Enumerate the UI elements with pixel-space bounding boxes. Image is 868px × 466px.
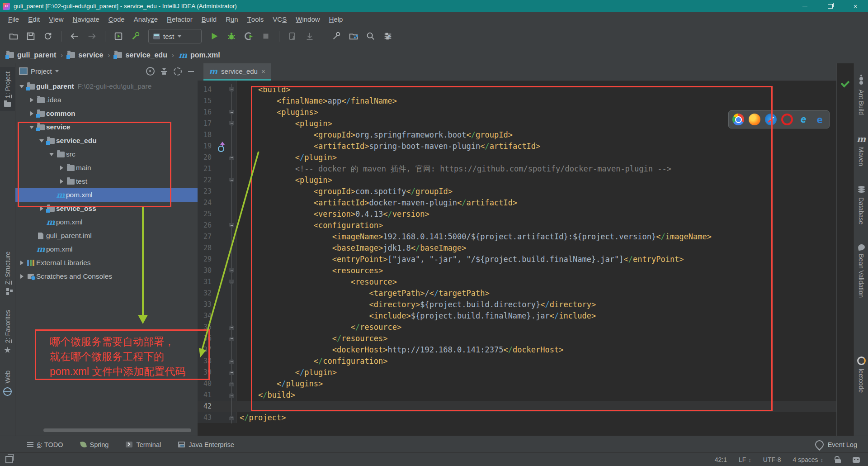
tree-expanded-arrow-icon[interactable] bbox=[48, 153, 55, 156]
code-line-15[interactable]: 15 <finalName>app</finalName> bbox=[198, 95, 836, 107]
settings-wrench-button[interactable] bbox=[329, 29, 344, 43]
code-line-36[interactable]: 36 </resources> bbox=[198, 333, 836, 344]
tree-row-common[interactable]: common bbox=[15, 107, 198, 120]
toolwindow-button-spring[interactable]: Spring bbox=[80, 441, 109, 448]
code-line-42[interactable]: 42 bbox=[198, 401, 836, 412]
fold-end-icon[interactable] bbox=[229, 155, 234, 160]
menu-item-help[interactable]: Help bbox=[325, 12, 348, 26]
code-line-27[interactable]: 27 <imageName>192.168.0.141:5000/${proje… bbox=[198, 231, 836, 243]
run-button[interactable] bbox=[207, 29, 222, 43]
gutter-circle-icon[interactable] bbox=[218, 146, 224, 152]
event-log-button[interactable]: Event Log bbox=[815, 440, 857, 449]
safari-browser-icon[interactable] bbox=[765, 114, 777, 125]
tune-button[interactable] bbox=[381, 29, 395, 43]
code-line-29[interactable]: 29 <entryPoint>["java", "-jar", "/${proj… bbox=[198, 254, 836, 265]
fold-end-icon[interactable] bbox=[229, 325, 234, 330]
fold-end-icon[interactable] bbox=[229, 381, 234, 386]
code-line-14[interactable]: 14 <build> bbox=[198, 84, 836, 95]
collapse-all-icon[interactable] bbox=[161, 68, 167, 75]
toolwindow-switcher-icon[interactable] bbox=[5, 456, 13, 463]
code-area[interactable]: 14 <build>15 <finalName>app</finalName>1… bbox=[198, 81, 836, 423]
fold-end-icon[interactable] bbox=[229, 415, 234, 420]
fold-end-icon[interactable] bbox=[229, 336, 234, 341]
tree-collapsed-arrow-icon[interactable] bbox=[38, 206, 45, 211]
tree-row-.idea[interactable]: .idea bbox=[15, 93, 198, 107]
tree-row-test[interactable]: test bbox=[15, 175, 198, 188]
menu-item-window[interactable]: Window bbox=[291, 12, 324, 26]
error-stripe[interactable] bbox=[836, 63, 854, 436]
chevron-down-icon[interactable] bbox=[55, 70, 59, 72]
breadcrumb-item-pom.xml[interactable]: mpom.xml bbox=[179, 51, 220, 59]
code-line-32[interactable]: 32 <targetPath>/</targetPath> bbox=[198, 288, 836, 299]
caret-position-widget[interactable]: 42:1 bbox=[715, 456, 727, 463]
code-line-26[interactable]: 26 <configuration> bbox=[198, 220, 836, 231]
close-icon[interactable]: × bbox=[261, 67, 265, 75]
code-line-21[interactable]: 21 <!-- docker 的 maven 插件, 官网: https://g… bbox=[198, 163, 836, 175]
save-button[interactable] bbox=[24, 29, 38, 43]
tree-row-src[interactable]: src bbox=[15, 147, 198, 161]
code-line-20[interactable]: 20 </plugin> bbox=[198, 152, 836, 163]
readonly-lock-icon[interactable] bbox=[835, 459, 841, 463]
fold-expanded-icon[interactable] bbox=[229, 268, 234, 273]
run-configuration-select[interactable]: test bbox=[148, 29, 202, 43]
menu-item-build[interactable]: Build bbox=[197, 12, 221, 26]
toolwindow-database[interactable]: Database bbox=[854, 181, 868, 229]
menu-item-vcs[interactable]: VCS bbox=[268, 12, 291, 26]
tree-collapsed-arrow-icon[interactable] bbox=[28, 98, 35, 102]
tree-row-service[interactable]: service bbox=[15, 120, 198, 134]
toolwindow-button-java-enterprise[interactable]: Java Enterprise bbox=[178, 441, 234, 448]
code-line-43[interactable]: 43</project> bbox=[198, 412, 836, 423]
code-line-22[interactable]: 22 <plugin> bbox=[198, 175, 836, 186]
gear-icon[interactable] bbox=[174, 67, 182, 76]
close-button[interactable]: × bbox=[843, 0, 868, 12]
code-line-18[interactable]: 18 <groupId>org.springframework.boot</gr… bbox=[198, 129, 836, 141]
code-line-39[interactable]: 39 </plugin> bbox=[198, 367, 836, 378]
highlighting-level-icon[interactable] bbox=[853, 457, 860, 463]
open-button[interactable] bbox=[6, 29, 21, 43]
tree-row-service_oss[interactable]: service_oss bbox=[15, 202, 198, 215]
fold-expanded-icon[interactable] bbox=[229, 87, 234, 92]
fold-expanded-icon[interactable] bbox=[229, 121, 234, 126]
tree-collapsed-arrow-icon[interactable] bbox=[58, 166, 65, 170]
build-project-button[interactable] bbox=[128, 29, 143, 43]
code-line-23[interactable]: 23 <groupId>com.spotify</groupId> bbox=[198, 186, 836, 197]
project-structure-button[interactable] bbox=[346, 29, 361, 43]
tree-row-pom.xml[interactable]: mpom.xml bbox=[15, 215, 198, 229]
toolwindow-ant-build[interactable]: Ant Build bbox=[854, 69, 868, 119]
fold-end-icon[interactable] bbox=[229, 359, 234, 364]
firefox-browser-icon[interactable] bbox=[749, 114, 760, 125]
code-line-41[interactable]: 41 </build> bbox=[198, 390, 836, 401]
tab-service-edu[interactable]: m service_edu × bbox=[203, 63, 271, 81]
tree-row-External-Libraries[interactable]: External Libraries bbox=[15, 256, 198, 270]
tree-expanded-arrow-icon[interactable] bbox=[18, 85, 25, 88]
menu-item-analyze[interactable]: Analyze bbox=[129, 12, 162, 26]
breadcrumb-item-service_edu[interactable]: service_edu bbox=[114, 51, 167, 59]
opera-browser-icon[interactable] bbox=[781, 114, 793, 125]
line-separator-widget[interactable]: LF bbox=[739, 456, 751, 463]
tree-collapsed-arrow-icon[interactable] bbox=[28, 111, 35, 116]
menu-item-code[interactable]: Code bbox=[104, 12, 129, 26]
code-line-34[interactable]: 34 <include>${project.build.finalName}.j… bbox=[198, 310, 836, 322]
encoding-widget[interactable]: UTF-8 bbox=[763, 456, 781, 463]
tree-collapsed-arrow-icon[interactable] bbox=[58, 179, 65, 184]
tree-row-pom.xml[interactable]: mpom.xml bbox=[15, 188, 198, 202]
menu-item-refactor[interactable]: Refactor bbox=[162, 12, 197, 26]
fold-expanded-icon[interactable] bbox=[229, 178, 234, 183]
menu-item-tools[interactable]: Tools bbox=[243, 12, 269, 26]
code-line-37[interactable]: 37 <dockerHost>http://192.168.0.141:2375… bbox=[198, 344, 836, 356]
menu-item-view[interactable]: View bbox=[44, 12, 68, 26]
stop-button[interactable] bbox=[259, 29, 273, 43]
override-up-arrow-icon[interactable] bbox=[220, 142, 225, 145]
code-line-30[interactable]: 30 <resources> bbox=[198, 265, 836, 276]
tree-row-guli_parent.iml[interactable]: guli_parent.iml bbox=[15, 229, 198, 243]
menu-item-navigate[interactable]: Navigate bbox=[68, 12, 104, 26]
tree-expanded-arrow-icon[interactable] bbox=[28, 126, 35, 129]
sidebar-item-web[interactable]: Web bbox=[0, 366, 15, 400]
breadcrumb-item-service[interactable]: service bbox=[67, 51, 103, 59]
tree-row-service_edu[interactable]: service_edu bbox=[15, 134, 198, 147]
menu-item-file[interactable]: File bbox=[4, 12, 24, 26]
code-line-40[interactable]: 40 </plugins> bbox=[198, 378, 836, 390]
toolwindow-bean-validation[interactable]: Bean Validation bbox=[854, 240, 868, 302]
maximize-button[interactable] bbox=[817, 0, 843, 12]
ie-browser-icon[interactable]: e bbox=[797, 114, 809, 125]
